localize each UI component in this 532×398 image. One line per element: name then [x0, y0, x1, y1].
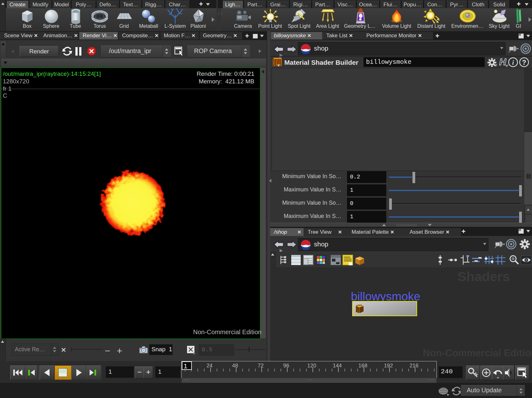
svg-text:?: ? — [522, 58, 526, 66]
svg-text:96: 96 — [283, 363, 289, 369]
svg-text:i: i — [512, 59, 514, 66]
svg-text:72: 72 — [258, 363, 264, 369]
svg-text:168: 168 — [358, 363, 367, 369]
svg-text:120: 120 — [307, 363, 316, 369]
svg-text:144: 144 — [333, 363, 342, 369]
svg-text:24: 24 — [207, 363, 213, 369]
svg-text:192: 192 — [384, 363, 393, 369]
svg-text:216: 216 — [410, 363, 418, 369]
svg-text:48: 48 — [232, 363, 238, 369]
